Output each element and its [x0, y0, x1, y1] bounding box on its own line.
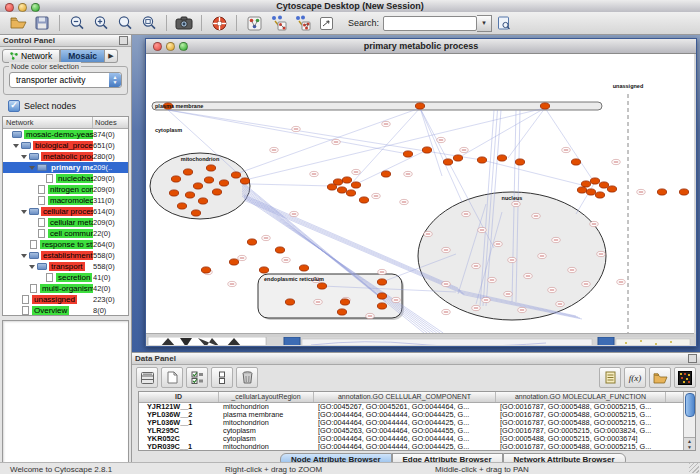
attribute-matrix-button[interactable] — [674, 367, 696, 388]
snapshot-button[interactable] — [172, 13, 196, 33]
attribute-table-header[interactable]: ID_cellularLayoutRegionannotation.GO CEL… — [139, 392, 684, 403]
minimize-view-button[interactable] — [166, 42, 175, 51]
zoom-fit-button[interactable] — [137, 13, 161, 33]
search-index-button[interactable] — [492, 13, 516, 33]
select-attributes-button[interactable] — [186, 367, 208, 388]
attribute-list-button[interactable] — [599, 367, 621, 388]
annotation-button[interactable] — [314, 13, 338, 33]
node-selected — [206, 165, 215, 171]
tree-row[interactable]: secretion41(0) — [3, 272, 128, 283]
tree-column-network[interactable]: Network — [3, 117, 93, 128]
node-selected — [191, 210, 200, 216]
tree-header[interactable]: Network Nodes — [3, 117, 128, 129]
tree-row[interactable]: cellular metabol209(0) — [3, 217, 128, 228]
tree-row[interactable]: Overview8(0) — [3, 305, 128, 316]
zoom-in-button[interactable] — [89, 13, 113, 33]
scrollbar-thumb[interactable] — [685, 393, 695, 417]
unselect-boxes-icon — [218, 371, 227, 384]
resize-grip[interactable] — [689, 463, 699, 473]
column-header[interactable]: _cellularLayoutRegion — [219, 392, 314, 402]
tab-mosaic[interactable]: Mosaic — [60, 49, 105, 63]
tab-network[interactable]: Network — [2, 49, 60, 63]
tree-row[interactable]: response to stimul264(0) — [3, 239, 128, 250]
tree-row[interactable]: establishment of lo558(0) — [3, 250, 128, 261]
attribute-grid-button[interactable] — [136, 367, 158, 388]
zoom-view-button[interactable] — [179, 42, 188, 51]
float-panel-icon[interactable] — [119, 36, 128, 45]
table-row[interactable]: YDR039C__1mitochondrion[GO:0044464, GO:0… — [139, 443, 684, 451]
tree-column-nodes[interactable]: Nodes — [93, 117, 128, 128]
tree-row[interactable]: transport558(0) — [3, 261, 128, 272]
expand-arrow-icon[interactable] — [29, 265, 35, 269]
node-selected — [193, 183, 202, 189]
tree-row[interactable]: mosaic-demo-yeast874(0) — [3, 129, 128, 140]
network-view-window[interactable]: primary metabolic process plasma membran… — [145, 38, 697, 347]
float-panel-icon[interactable] — [688, 354, 697, 363]
unselect-attributes-button[interactable] — [211, 367, 233, 388]
network-window-titlebar[interactable]: primary metabolic process — [146, 39, 696, 54]
attribute-table-rows: YJR121W__1mitochondrion[GO:0045267, GO:0… — [139, 403, 684, 451]
scrollbar-arrows[interactable]: ▲▼ — [684, 437, 695, 450]
layout-network-button[interactable] — [290, 13, 314, 33]
close-window-button[interactable] — [5, 3, 14, 12]
search-input[interactable] — [383, 16, 477, 31]
zoom-window-button[interactable] — [31, 3, 40, 12]
save-session-button[interactable] — [30, 13, 54, 33]
tree-row[interactable]: multi-organism pro42(0) — [3, 283, 128, 294]
table-row[interactable]: YLR295Ccytoplasm[GO:0045263, GO:0044464,… — [139, 427, 684, 435]
zoom-selected-button[interactable] — [113, 13, 137, 33]
column-header[interactable]: annotation.GO CELLULAR_COMPONENT — [314, 392, 496, 402]
table-vertical-scrollbar[interactable]: ▲▼ — [683, 392, 695, 450]
node-color-dropdown[interactable]: transporter activity ▲▼ — [9, 72, 122, 88]
expand-arrow-icon[interactable] — [29, 166, 35, 170]
tree-row[interactable]: nitrogen compo209(0) — [3, 184, 128, 195]
birds-eye-view-panel[interactable] — [2, 320, 129, 472]
table-row[interactable]: YPL036W__1mitochondrion[GO:0044464, GO:0… — [139, 419, 684, 427]
network-tree: Network Nodes mosaic-demo-yeast874(0)bio… — [2, 116, 129, 316]
table-row[interactable]: YKR052Ccytoplasm[GO:0044464, GO:0044446,… — [139, 435, 684, 443]
edge — [250, 184, 332, 186]
tree-row[interactable]: unassigned223(0) — [3, 294, 128, 305]
select-nodes-checkbox[interactable]: ✓ — [8, 100, 20, 112]
open-file-button[interactable] — [6, 13, 30, 33]
close-view-button[interactable] — [153, 42, 162, 51]
new-attribute-button[interactable] — [161, 367, 183, 388]
minimize-window-button[interactable] — [18, 3, 27, 12]
expand-arrow-icon[interactable] — [21, 210, 27, 214]
delete-attribute-button[interactable] — [236, 367, 258, 388]
tree-row[interactable]: primary metabo209(.. — [3, 162, 128, 173]
tree-row[interactable]: metabolic process280(0) — [3, 151, 128, 162]
function-builder-button[interactable]: f(x) — [624, 367, 646, 388]
vizmapper-button[interactable] — [242, 13, 266, 33]
network-graph[interactable]: plasma membranecytoplasmmitochondrionnuc… — [146, 54, 694, 333]
tab-overflow-button[interactable]: ▶ — [105, 49, 118, 63]
search-dropdown-button[interactable]: ▾ — [477, 15, 492, 32]
zoom-out-button[interactable] — [65, 13, 89, 33]
column-header[interactable]: annotation.GO MOLECULAR_FUNCTION — [496, 392, 666, 402]
tree-row[interactable]: biological_process651(0) — [3, 140, 128, 151]
table-row[interactable]: YPL036W__2plasma membrane[GO:0044464, GO… — [139, 411, 684, 419]
tree-row[interactable]: nucleobase-209(0) — [3, 173, 128, 184]
status-bar: Welcome to Cytoscape 2.8.1 Right-click +… — [0, 462, 700, 474]
table-cell: YPL036W__1 — [139, 419, 219, 427]
tree-row[interactable]: cell communicat22(0) — [3, 228, 128, 239]
window-controls[interactable] — [5, 3, 40, 12]
tree-row[interactable]: macromolecule311(0) — [3, 195, 128, 206]
tree-row[interactable]: cellular process614(0) — [3, 206, 128, 217]
network-window-controls[interactable] — [153, 42, 188, 51]
import-attributes-button[interactable] — [649, 367, 671, 388]
column-header[interactable]: ID — [139, 392, 219, 402]
expand-arrow-icon[interactable] — [21, 254, 27, 258]
expand-arrow-icon[interactable] — [13, 144, 19, 148]
region-plasma-membrane — [152, 102, 602, 110]
attribute-table: ID_cellularLayoutRegionannotation.GO CEL… — [138, 391, 696, 451]
group-label: Node color selection — [9, 62, 81, 71]
help-button[interactable] — [207, 13, 231, 33]
tree-row-label: macromolecule — [48, 196, 93, 205]
expand-arrow-icon[interactable] — [21, 155, 27, 159]
network-canvas[interactable]: plasma membranecytoplasmmitochondrionnuc… — [146, 54, 694, 334]
layout-nodes-button[interactable] — [266, 13, 290, 33]
table-row[interactable]: YJR121W__1mitochondrion[GO:0045267, GO:0… — [139, 403, 684, 411]
app-title: Cytoscape Desktop (New Session) — [0, 0, 700, 12]
attribute-grid[interactable]: ID_cellularLayoutRegionannotation.GO CEL… — [139, 392, 684, 450]
